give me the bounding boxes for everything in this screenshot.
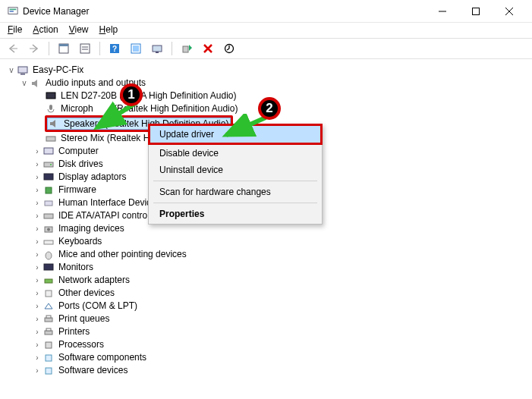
svg-rect-48 [46, 355, 52, 361]
menu-file[interactable]: File [8, 24, 22, 35]
chip-icon [42, 184, 55, 196]
svg-rect-25 [20, 74, 25, 75]
help-icon[interactable]: ? [106, 41, 123, 56]
speaker-icon [48, 118, 60, 130]
menu-help[interactable]: Help [99, 24, 118, 35]
svg-rect-46 [46, 328, 51, 331]
svg-rect-49 [46, 368, 52, 374]
category-software-devices[interactable]: ›Software devices [6, 364, 529, 377]
toolbar-icon-4[interactable] [127, 41, 144, 56]
svg-rect-43 [45, 318, 52, 322]
back-button[interactable] [5, 41, 21, 56]
svg-rect-29 [44, 148, 53, 154]
toolbar-icon-2[interactable] [77, 41, 93, 56]
printer-icon [42, 326, 55, 338]
category-keyboards[interactable]: ›Keyboards [6, 235, 529, 248]
category-ports[interactable]: ›Ports (COM & LPT) [6, 300, 529, 313]
ctx-disable-device[interactable]: Disable device [150, 145, 320, 162]
category-mice[interactable]: ›Mice and other pointing devices [6, 248, 529, 261]
svg-rect-33 [46, 187, 52, 193]
ctx-uninstall-device[interactable]: Uninstall device [150, 162, 320, 178]
network-icon [42, 275, 55, 287]
svg-rect-11 [80, 44, 90, 53]
monitor-icon [45, 90, 57, 102]
printer-icon [42, 313, 55, 325]
svg-rect-10 [59, 44, 68, 46]
monitor-icon [42, 262, 55, 274]
svg-rect-20 [183, 46, 188, 52]
port-icon [42, 300, 55, 313]
update-driver-icon[interactable] [178, 41, 195, 56]
svg-line-51 [226, 118, 266, 135]
stereo-icon [45, 133, 57, 145]
speaker-icon [30, 77, 42, 90]
software-icon [42, 365, 55, 377]
svg-rect-28 [46, 137, 55, 141]
svg-rect-27 [49, 105, 52, 110]
keyboard-icon [42, 236, 55, 248]
maximize-button[interactable] [459, 1, 493, 22]
window-title: Device Manager [23, 6, 89, 17]
ctx-separator [153, 203, 317, 203]
category-monitors[interactable]: ›Monitors [6, 261, 529, 274]
svg-rect-4 [473, 8, 480, 14]
svg-rect-47 [46, 342, 52, 348]
annotation-badge-2: 2 [258, 97, 281, 120]
microphone-icon [45, 103, 57, 115]
svg-rect-35 [44, 214, 53, 218]
svg-rect-1 [10, 8, 17, 10]
category-network[interactable]: ›Network adapters [6, 274, 529, 287]
category-processors[interactable]: ›Processors [6, 338, 529, 351]
disk-icon [42, 159, 55, 171]
toolbar-icon-1[interactable] [55, 41, 72, 56]
disable-icon[interactable] [221, 41, 238, 56]
svg-rect-34 [45, 201, 52, 206]
svg-rect-38 [44, 240, 53, 244]
svg-rect-30 [44, 162, 53, 167]
mouse-icon [42, 249, 55, 261]
minimize-button[interactable] [426, 1, 459, 22]
computer-icon [17, 64, 29, 77]
scan-hardware-icon[interactable] [149, 41, 165, 56]
cpu-icon [42, 339, 55, 351]
app-icon [8, 6, 18, 17]
svg-rect-42 [46, 291, 52, 297]
svg-rect-40 [44, 264, 53, 270]
tree-root[interactable]: v Easy-PC-Fix [6, 64, 529, 77]
camera-icon [42, 223, 55, 235]
svg-rect-19 [156, 52, 159, 53]
forward-button[interactable] [26, 41, 42, 56]
category-printers[interactable]: ›Printers [6, 325, 529, 338]
uninstall-icon[interactable] [200, 41, 216, 56]
ctx-scan-hardware[interactable]: Scan for hardware changes [150, 184, 320, 200]
svg-text:?: ? [112, 45, 117, 53]
svg-rect-18 [153, 46, 162, 52]
ide-icon [42, 210, 55, 222]
display-icon [42, 171, 55, 184]
close-button[interactable] [493, 1, 526, 22]
svg-rect-32 [44, 174, 53, 180]
svg-rect-44 [46, 316, 51, 318]
svg-point-31 [50, 164, 52, 165]
svg-rect-24 [18, 67, 27, 73]
annotation-badge-1: 1 [120, 83, 143, 106]
svg-rect-17 [133, 46, 139, 52]
menu-view[interactable]: View [69, 24, 89, 35]
titlebar: Device Manager [0, 0, 532, 23]
svg-point-39 [46, 252, 52, 259]
svg-rect-26 [46, 93, 55, 99]
menu-action[interactable]: Action [33, 24, 58, 35]
category-print-queues[interactable]: ›Print queues [6, 313, 529, 325]
category-audio[interactable]: v Audio inputs and outputs [6, 77, 529, 90]
svg-rect-41 [45, 279, 52, 283]
svg-rect-2 [10, 11, 14, 12]
category-software-components[interactable]: ›Software components [6, 351, 529, 364]
other-icon [42, 287, 55, 300]
computer-icon [42, 146, 55, 158]
category-other[interactable]: ›Other devices [6, 287, 529, 300]
svg-rect-45 [45, 331, 52, 335]
toolbar: ? [0, 38, 532, 59]
ctx-properties[interactable]: Properties [150, 206, 320, 222]
ctx-separator [153, 181, 317, 181]
menubar: File Action View Help [0, 23, 532, 38]
